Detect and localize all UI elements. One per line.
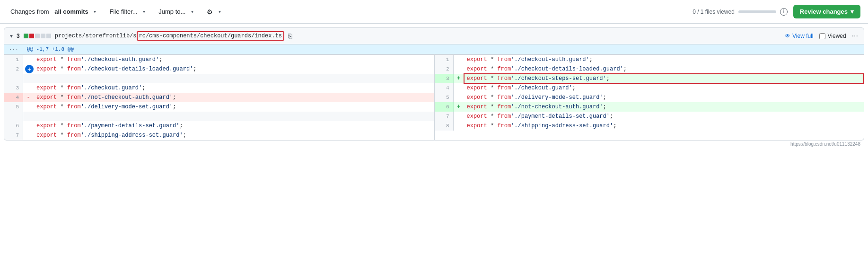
left-num-4: 4: [4, 93, 23, 102]
left-marker-2: +: [23, 64, 34, 74]
unchanged-sq1: [35, 34, 40, 38]
viewed-checkbox-input[interactable]: [819, 33, 825, 39]
gear-icon: ⚙: [207, 8, 213, 16]
all-commits-label: all commits: [54, 8, 88, 15]
right-num-5: 5: [435, 93, 454, 102]
left-num-3: 3: [4, 83, 23, 93]
more-options-button[interactable]: ···: [852, 32, 858, 40]
add-comment-button[interactable]: +: [25, 65, 34, 73]
left-line-1: 1 export * from './checkout-auth.guard';: [4, 55, 434, 64]
top-bar-right: 0 / 1 files viewed i Review changes ▾: [693, 5, 860, 18]
settings-dropdown[interactable]: ⚙ ▾: [204, 6, 224, 18]
removed-sq: [29, 34, 34, 38]
hunk-range: @@ -1,7 +1,8 @@: [27, 46, 74, 52]
left-content-4: export * from './not-checkout-auth.guard…: [34, 93, 434, 102]
hunk-dots: ···: [9, 46, 18, 52]
viewed-label: Viewed: [828, 33, 846, 39]
copy-path-button[interactable]: ⎘: [288, 32, 292, 40]
collapse-icon: ▾: [10, 33, 13, 39]
diff-hunk-header: ··· @@ -1,7 +1,8 @@: [4, 44, 864, 54]
diff-right: 1 export * from './checkout-auth.guard';…: [434, 55, 864, 140]
right-num-3: 3: [435, 74, 454, 83]
left-content-empty-1: [34, 74, 434, 83]
file-path-highlight: rc/cms-components/checkout/guards/index.…: [137, 31, 284, 41]
file-header-left: ▾ 3 projects/storefrontlib/src/cms-compo…: [10, 32, 292, 40]
left-marker-7: [23, 131, 34, 140]
left-line-empty-1: [4, 74, 434, 83]
left-marker-5: [23, 102, 34, 112]
files-viewed-progress: [738, 10, 776, 13]
file-path: projects/storefrontlib/src/cms-component…: [55, 33, 284, 39]
right-line-2: 2 export * from './checkout-details-load…: [435, 64, 864, 74]
left-marker-empty-2: [23, 112, 34, 121]
right-line-1: 1 export * from './checkout-auth.guard';: [435, 55, 864, 64]
collapse-button[interactable]: ▾: [10, 33, 13, 39]
right-line-3: 3 + export * from './checkout-steps-set.…: [435, 74, 864, 83]
view-full-label: View full: [792, 33, 813, 39]
right-marker-6: +: [454, 102, 464, 112]
viewed-checkbox-label[interactable]: Viewed: [819, 33, 846, 39]
left-num-empty-1: [4, 74, 23, 83]
right-content-5: export * from './delivery-mode-set.guard…: [464, 93, 864, 102]
left-marker-4: -: [23, 93, 34, 102]
right-marker-8: [454, 121, 464, 131]
chevron-down-icon: ▾: [94, 9, 96, 14]
right-marker-4: [454, 83, 464, 93]
right-num-6: 6: [435, 102, 454, 112]
left-num-5: 5: [4, 102, 23, 112]
right-num-7: 7: [435, 112, 454, 121]
right-line-7: 7 export * from './payment-details-set.g…: [435, 112, 864, 121]
diff-count: 3: [17, 33, 20, 39]
changes-from-dropdown[interactable]: Changes from all commits ▾: [8, 6, 99, 17]
left-line-4: 4 - export * from './not-checkout-auth.g…: [4, 93, 434, 102]
jump-to-dropdown[interactable]: Jump to... ▾: [156, 6, 196, 17]
left-marker-3: [23, 83, 34, 93]
chevron-down-icon3: ▾: [191, 9, 193, 14]
right-num-8: 8: [435, 121, 454, 131]
right-content-1: export * from './checkout-auth.guard';: [464, 55, 864, 64]
right-line-6: 6 + export * from './not-checkout-auth.g…: [435, 102, 864, 112]
file-header-right: 👁 View full Viewed ···: [785, 32, 858, 40]
changes-from-label: Changes from: [10, 8, 49, 15]
right-marker-5: [454, 93, 464, 102]
jump-to-label: Jump to...: [158, 8, 185, 15]
right-line-5: 5 export * from './delivery-mode-set.gua…: [435, 93, 864, 102]
right-content-8: export * from './shipping-address-set.gu…: [464, 121, 864, 131]
chevron-down-icon4: ▾: [219, 9, 221, 14]
left-line-5: 5 export * from './delivery-mode-set.gua…: [4, 102, 434, 112]
chevron-down-icon5: ▾: [850, 8, 854, 15]
right-content-6: export * from './not-checkout-auth.guard…: [464, 102, 864, 112]
left-content-empty-2: [34, 112, 434, 121]
right-num-4: 4: [435, 83, 454, 93]
diff-section: ▾ 3 projects/storefrontlib/src/cms-compo…: [0, 27, 868, 151]
files-viewed: 0 / 1 files viewed i: [693, 8, 788, 16]
unchanged-sq3: [46, 34, 51, 38]
left-num-1: 1: [4, 55, 23, 64]
chevron-down-icon2: ▾: [143, 9, 145, 14]
left-line-3: 3 export * from './checkout.guard';: [4, 83, 434, 93]
right-content-3: export * from './checkout-steps-set.guar…: [464, 74, 864, 83]
file-filter-dropdown[interactable]: File filter... ▾: [106, 6, 148, 17]
files-viewed-text: 0 / 1 files viewed: [693, 9, 735, 15]
watermark: https://blog.csdn.net/u011132248: [4, 141, 864, 148]
left-num-empty-2: [4, 112, 23, 121]
right-content-7: export * from './payment-details-set.gua…: [464, 112, 864, 121]
left-content-1: export * from './checkout-auth.guard';: [34, 55, 434, 64]
view-full-button[interactable]: 👁 View full: [785, 33, 813, 39]
right-marker-1: [454, 55, 464, 64]
diff-left: 1 export * from './checkout-auth.guard';…: [4, 55, 434, 140]
left-line-6: 6 export * from './payment-details-set.g…: [4, 121, 434, 131]
unchanged-sq2: [41, 34, 45, 38]
info-icon[interactable]: i: [780, 8, 788, 16]
right-num-1: 1: [435, 55, 454, 64]
review-changes-button[interactable]: Review changes ▾: [793, 5, 860, 18]
right-line-8: 8 export * from './shipping-address-set.…: [435, 121, 864, 131]
right-marker-3: +: [454, 74, 464, 83]
eye-icon: 👁: [785, 33, 790, 39]
right-content-4: export * from './checkout.guard';: [464, 83, 864, 93]
left-num-7: 7: [4, 131, 23, 140]
file-filter-label: File filter...: [109, 8, 137, 15]
diff-container: ··· @@ -1,7 +1,8 @@ 1 export * from './c…: [4, 44, 864, 141]
left-content-2: export * from './checkout-details-loaded…: [34, 64, 434, 74]
left-num-2: 2: [4, 64, 23, 74]
